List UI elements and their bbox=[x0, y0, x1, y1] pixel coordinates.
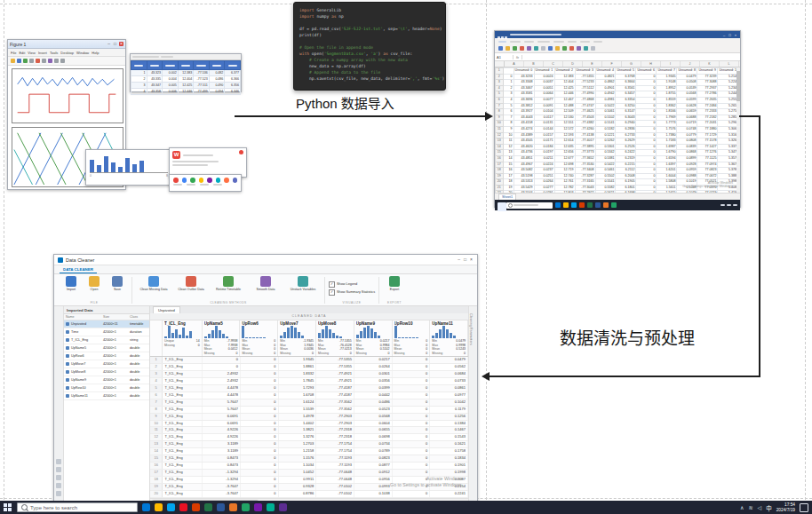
cell[interactable]: 0 bbox=[392, 490, 430, 497]
cell[interactable]: 0.0861 bbox=[430, 385, 468, 392]
cell[interactable]: T_ICL_Eng bbox=[163, 364, 203, 371]
cell[interactable]: 0 bbox=[240, 455, 278, 463]
cell[interactable]: Unnamed: 9 bbox=[697, 68, 718, 75]
cell[interactable]: 0 bbox=[636, 155, 657, 162]
cell[interactable]: 0 bbox=[636, 80, 657, 86]
cell[interactable]: 0.5182 bbox=[595, 126, 616, 132]
cell[interactable]: 43.4736 bbox=[513, 150, 534, 156]
mini-table-header-cell[interactable] bbox=[131, 61, 147, 70]
cell[interactable]: -77.4260 bbox=[575, 126, 595, 132]
cell[interactable]: 0.0734 bbox=[354, 441, 392, 448]
cell[interactable]: 0 bbox=[636, 150, 657, 156]
cell[interactable]: 43.3696 bbox=[513, 97, 534, 103]
cell[interactable]: 3.1189 bbox=[203, 448, 241, 455]
cell[interactable]: 43.5429 bbox=[513, 185, 534, 191]
cell[interactable]: 0.5141 bbox=[595, 121, 616, 127]
cell[interactable]: -77.5233 bbox=[575, 80, 595, 86]
toggle-show-summary-statistics[interactable]: ✓Show Summary Statistics bbox=[329, 289, 375, 296]
cell[interactable]: 0 bbox=[392, 399, 430, 406]
cell[interactable]: 0.0157 bbox=[534, 132, 554, 138]
cell[interactable]: 0.1998 bbox=[430, 469, 468, 476]
cell[interactable]: 0.0599 bbox=[677, 97, 697, 103]
cell[interactable]: Unnamed: 1 bbox=[534, 68, 554, 75]
cell[interactable]: 6.2836 bbox=[616, 126, 636, 132]
cell[interactable]: 0.0277 bbox=[534, 185, 554, 191]
cell[interactable]: 0.0748 bbox=[677, 126, 697, 132]
column-header[interactable]: J bbox=[681, 61, 700, 67]
cell[interactable]: 0 bbox=[392, 448, 430, 455]
cell[interactable]: -77.3652 bbox=[575, 155, 595, 162]
row-header[interactable]: 15 bbox=[496, 150, 504, 156]
cell[interactable]: 43.3581 bbox=[513, 91, 534, 98]
variable-row[interactable]: UpName942000×1double bbox=[64, 376, 149, 384]
cell[interactable]: 1.6790 bbox=[657, 150, 677, 156]
cell[interactable]: 0.0251 bbox=[534, 173, 554, 179]
row-header[interactable]: 8 bbox=[496, 109, 504, 115]
cell[interactable]: 12.740 bbox=[554, 173, 575, 179]
cell[interactable]: 0.0562 bbox=[430, 364, 468, 371]
cell[interactable]: 0.0442 bbox=[354, 391, 392, 399]
cell[interactable]: 1.8332 bbox=[278, 371, 316, 378]
cell[interactable]: 43.5198 bbox=[513, 173, 534, 179]
cell[interactable]: 16 bbox=[503, 168, 513, 174]
row-header[interactable]: 2 bbox=[496, 74, 504, 80]
cell[interactable]: Unnamed: 7 bbox=[657, 68, 677, 75]
start-button[interactable] bbox=[498, 202, 504, 209]
cell[interactable] bbox=[503, 68, 513, 75]
cell[interactable]: 0 bbox=[392, 391, 430, 399]
cell[interactable]: 0 bbox=[392, 364, 430, 371]
cell[interactable]: 0 bbox=[636, 126, 657, 132]
cell[interactable]: 43.3927 bbox=[513, 109, 534, 115]
cell[interactable]: 1.6201 bbox=[657, 168, 677, 174]
cleaner-titlebar[interactable]: Data Cleaner – □ × bbox=[54, 255, 477, 265]
cell[interactable]: -77.3562 bbox=[316, 406, 354, 413]
cell[interactable]: 0.0184 bbox=[534, 144, 554, 150]
cell[interactable]: 0 bbox=[392, 469, 430, 476]
cell[interactable]: 77.1880 bbox=[697, 126, 718, 132]
cell[interactable]: T_ICL_Eng bbox=[163, 413, 203, 420]
cell[interactable]: T_ICL_Eng bbox=[163, 427, 203, 434]
sheet-tab[interactable]: Sheet1 bbox=[498, 194, 516, 200]
cell[interactable]: 0 bbox=[240, 399, 278, 406]
taskbar-app-icon[interactable] bbox=[579, 202, 585, 208]
cell[interactable]: 0.1621 bbox=[430, 441, 468, 448]
cell[interactable]: 18 bbox=[503, 179, 513, 186]
cell[interactable]: 6.2319 bbox=[616, 155, 636, 162]
cell[interactable]: 0.0956 bbox=[354, 476, 392, 483]
cell[interactable]: 0 bbox=[392, 462, 430, 469]
cell[interactable]: 0.5582 bbox=[595, 185, 616, 191]
cell[interactable]: 0.0291 bbox=[534, 191, 554, 193]
minimize-button[interactable]: – bbox=[457, 257, 461, 262]
cell[interactable]: 0.0264 bbox=[534, 179, 554, 186]
cell[interactable]: 77.3239 bbox=[697, 74, 718, 80]
cell[interactable]: 6.2940 bbox=[616, 121, 636, 127]
column-summary[interactable]: UpName5Min-7.9938Max7.9938Mean0.0412Miss… bbox=[203, 320, 241, 356]
cell[interactable]: 0 bbox=[392, 385, 430, 392]
table-cell[interactable]: 12.404 bbox=[178, 76, 194, 83]
cell[interactable]: 1.7293 bbox=[278, 385, 316, 392]
cell[interactable]: 1.3276 bbox=[278, 434, 316, 441]
cell[interactable]: 0.1079 bbox=[677, 191, 697, 193]
cell[interactable]: T_ICL_Eng bbox=[163, 385, 203, 392]
cell[interactable]: 4.9226 bbox=[203, 427, 241, 434]
cell[interactable]: 77.1427 bbox=[697, 144, 718, 150]
ribbon-icon[interactable] bbox=[541, 46, 545, 51]
column-summary[interactable]: UpMove7Min-1.9345Max1.9345Mean0.0036Miss… bbox=[278, 320, 316, 356]
taskbar-app-icon[interactable] bbox=[571, 202, 577, 208]
cell[interactable]: -77.4503 bbox=[575, 115, 595, 121]
cell[interactable]: 12.614 bbox=[554, 138, 575, 145]
cell[interactable]: 0.0217 bbox=[354, 357, 392, 363]
cell[interactable]: 0 bbox=[636, 162, 657, 168]
app-icon[interactable] bbox=[207, 178, 212, 183]
cell[interactable]: 0.0868 bbox=[677, 150, 697, 156]
cell[interactable]: 0.0486 bbox=[354, 399, 392, 406]
cell[interactable]: 6.3768 bbox=[616, 74, 636, 80]
cell[interactable]: 0 bbox=[636, 103, 657, 109]
cell[interactable]: 1.7183 bbox=[657, 138, 677, 145]
row-header[interactable]: 13 bbox=[496, 138, 504, 145]
cell[interactable]: 0.0117 bbox=[534, 115, 554, 121]
maximize-button[interactable]: □ bbox=[728, 33, 731, 37]
cell[interactable]: Unnamed: 8 bbox=[677, 68, 697, 75]
cell[interactable]: 0.0064 bbox=[534, 91, 554, 98]
cell[interactable]: 43.3233 bbox=[513, 74, 534, 80]
